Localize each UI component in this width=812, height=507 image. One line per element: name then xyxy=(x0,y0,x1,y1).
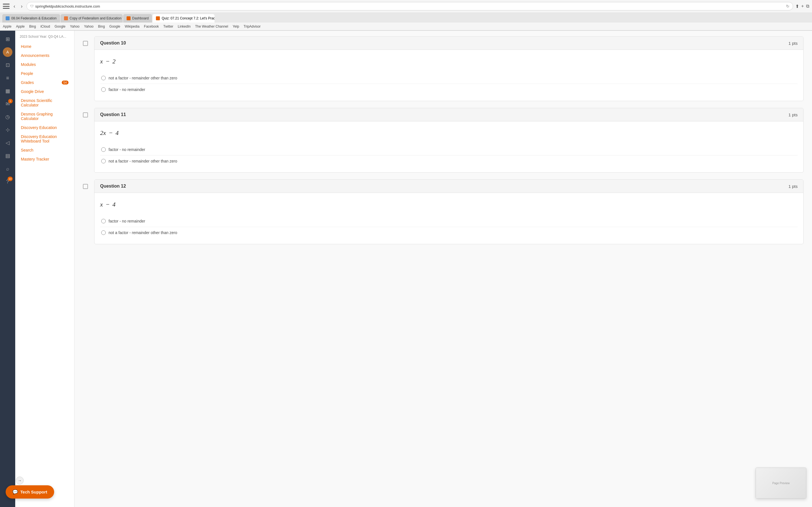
new-tab-button[interactable]: + xyxy=(801,4,804,9)
q11-option-b[interactable]: not a factor - remainder other than zero xyxy=(100,155,798,167)
sidebar-item-desmos-sci[interactable]: Desmos Scientific Calculator xyxy=(15,96,74,110)
q10-option-b[interactable]: factor - no remainder xyxy=(100,83,798,95)
share-button[interactable]: ⬆ xyxy=(795,4,799,9)
tab-icon-2 xyxy=(64,16,68,20)
rail-search-icon[interactable]: ⌕ xyxy=(2,163,13,174)
home-label: Home xyxy=(21,44,31,49)
tab-label-2: Copy of Federalism and Education Venn Di… xyxy=(70,16,123,20)
rail-commons-icon[interactable]: ⊹ xyxy=(2,124,13,135)
browser-tab-2[interactable]: Copy of Federalism and Education Venn Di… xyxy=(61,14,123,22)
collapse-sidebar-button[interactable]: → xyxy=(16,476,24,485)
rail-history-icon[interactable]: ◷ xyxy=(2,111,13,122)
bookmark-bing2[interactable]: Bing xyxy=(98,24,105,29)
rail-avatar[interactable]: A xyxy=(2,47,13,58)
rail-courses-icon[interactable]: ≡ xyxy=(2,72,13,83)
address-bar[interactable]: 🛡 ↻ xyxy=(27,2,793,10)
sidebar-item-desmos-graph[interactable]: Desmos Graphing Calculator xyxy=(15,110,74,123)
bookmark-bing1[interactable]: Bing xyxy=(29,24,36,29)
q10-checkbox[interactable] xyxy=(83,41,88,46)
q10-option-a[interactable]: not a factor - remainder other than zero xyxy=(100,72,798,83)
q11-checkbox[interactable] xyxy=(83,112,88,117)
bookmark-weather[interactable]: The Weather Channel xyxy=(195,24,228,29)
bookmark-tripadvisor[interactable]: TripAdvisor xyxy=(244,24,260,29)
main-content: Question 10 1 pts x − 2 not a factor - r… xyxy=(74,31,812,507)
browser-tab-3[interactable]: Dashboard xyxy=(123,14,152,22)
bookmark-apple2[interactable]: Apple xyxy=(16,24,25,29)
bookmark-yahoo1[interactable]: Yahoo xyxy=(70,24,80,29)
tab-icon-1 xyxy=(6,16,10,20)
tech-support-button[interactable]: 💬 Tech Support xyxy=(6,485,54,499)
sidebar-item-google-drive[interactable]: Google Drive xyxy=(15,87,74,96)
bookmark-yelp[interactable]: Yelp xyxy=(233,24,239,29)
q12-pts: 1 pts xyxy=(788,184,798,189)
sidebar-item-home[interactable]: Home xyxy=(15,42,74,51)
bookmark-twitter[interactable]: Twitter xyxy=(163,24,173,29)
rail-dashboard-icon[interactable]: ⊡ xyxy=(2,59,13,71)
tabs-bar: 08.04 Federalism & Education Copy of Fed… xyxy=(0,12,812,22)
back-button[interactable]: ‹ xyxy=(12,3,17,10)
q11-radio-b[interactable] xyxy=(101,159,106,163)
sidebar-item-discovery-wb[interactable]: Discovery Education Whiteboard Tool xyxy=(15,132,74,146)
bookmark-yahoo2[interactable]: Yahoo xyxy=(84,24,94,29)
bookmark-facebook[interactable]: Facebook xyxy=(144,24,159,29)
security-icon: 🛡 xyxy=(30,4,34,8)
browser-tab-4[interactable]: Quiz: 07.21 Concept 7.2: Let's Practice! xyxy=(153,14,214,22)
bookmark-linkedin[interactable]: LinkedIn xyxy=(178,24,191,29)
bookmark-google2[interactable]: Google xyxy=(109,24,120,29)
q11-radio-a[interactable] xyxy=(101,147,106,152)
q12-radio-b[interactable] xyxy=(101,230,106,235)
studio-icon: ◁ xyxy=(6,140,10,146)
q12-body: x − 4 factor - no remainder not a factor… xyxy=(94,193,803,244)
q10-options: not a factor - remainder other than zero… xyxy=(100,72,798,95)
sidebar-item-modules[interactable]: Modules xyxy=(15,60,74,69)
menu-grid-icon: ⊞ xyxy=(6,36,10,42)
browser-chrome: ‹ › 🛡 ↻ ⬆ + ⧉ 08.04 Federalism & Educati… xyxy=(0,0,812,31)
rail-help-icon[interactable]: ? 10 xyxy=(2,176,13,187)
sidebar-item-grades[interactable]: Grades 54 xyxy=(15,78,74,87)
bookmark-wikipedia[interactable]: Wikipedia xyxy=(125,24,140,29)
tab-label-3: Dashboard xyxy=(132,16,149,20)
rail-studio-icon[interactable]: ◁ xyxy=(2,137,13,149)
search-label: Search xyxy=(21,148,33,152)
q11-option-a[interactable]: factor - no remainder xyxy=(100,144,798,155)
browser-tab-1[interactable]: 08.04 Federalism & Education xyxy=(2,14,60,22)
bookmark-icloud[interactable]: iCloud xyxy=(40,24,50,29)
rail-inbox-icon[interactable]: ✉ 1 xyxy=(2,98,13,110)
desmos-graph-label: Desmos Graphing Calculator xyxy=(21,112,68,121)
desmos-sci-label: Desmos Scientific Calculator xyxy=(21,98,68,107)
icon-rail: ⊞ A ⊡ ≡ ▦ ✉ 1 ◷ ⊹ ◁ ▤ ⌕ xyxy=(0,31,15,507)
grades-badge: 54 xyxy=(62,80,68,84)
bookmark-apple1[interactable]: Apple xyxy=(3,24,11,29)
url-input[interactable] xyxy=(35,4,784,8)
sidebar-toggle[interactable] xyxy=(3,4,10,9)
rail-analytics-icon[interactable]: ▤ xyxy=(2,150,13,161)
sidebar-item-search[interactable]: Search xyxy=(15,146,74,155)
windows-button[interactable]: ⧉ xyxy=(806,4,809,9)
rail-menu-icon[interactable]: ⊞ xyxy=(2,34,13,45)
q10-formula: x − 2 xyxy=(100,55,798,67)
q11-formula: 2x − 4 xyxy=(100,127,798,139)
sidebar-item-people[interactable]: People xyxy=(15,69,74,78)
q12-radio-a[interactable] xyxy=(101,219,106,223)
q10-radio-a[interactable] xyxy=(101,76,106,80)
q12-option-a[interactable]: factor - no remainder xyxy=(100,216,798,227)
reload-icon[interactable]: ↻ xyxy=(786,4,790,8)
sidebar-item-mastery[interactable]: Mastery Tracker xyxy=(15,155,74,164)
inbox-badge: 1 xyxy=(8,99,13,103)
sidebar-item-discovery-edu[interactable]: Discovery Education xyxy=(15,123,74,132)
sidebar-item-announcements[interactable]: Announcements xyxy=(15,51,74,60)
q11-option-b-label: not a factor - remainder other than zero xyxy=(109,159,177,163)
q12-select xyxy=(83,179,91,189)
collapse-arrow-icon: → xyxy=(18,478,22,483)
q10-radio-b[interactable] xyxy=(101,87,106,92)
announcements-label: Announcements xyxy=(21,53,49,58)
q12-checkbox[interactable] xyxy=(83,184,88,189)
q11-body: 2x − 4 factor - no remainder not a facto… xyxy=(94,121,803,172)
q10-option-a-label: not a factor - remainder other than zero xyxy=(109,76,177,80)
forward-button[interactable]: › xyxy=(19,3,24,10)
rail-calendar-icon[interactable]: ▦ xyxy=(2,86,13,97)
tech-support-label: Tech Support xyxy=(20,490,47,494)
q12-options: factor - no remainder not a factor - rem… xyxy=(100,216,798,238)
q12-option-b[interactable]: not a factor - remainder other than zero xyxy=(100,227,798,238)
bookmark-google1[interactable]: Google xyxy=(54,24,65,29)
